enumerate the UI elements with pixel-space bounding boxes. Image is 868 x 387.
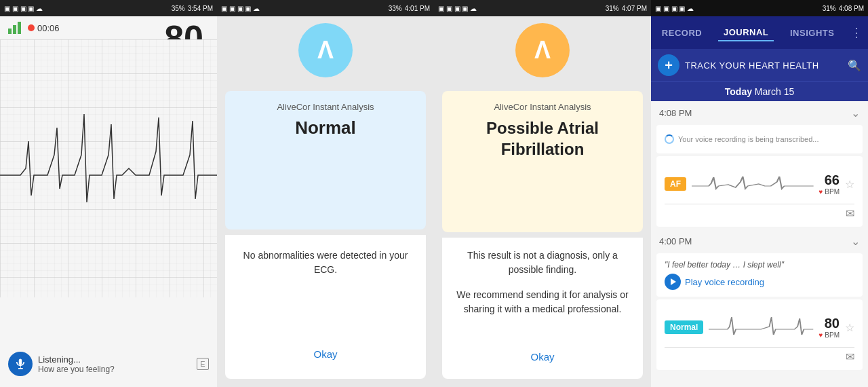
journal-icons-left: ▣ ▣ ▣ ▣ ☁ — [655, 5, 694, 12]
battery-afib: 31% — [606, 5, 619, 12]
status-icons-left: ▣ ▣ ▣ ▣ ☁ — [221, 5, 260, 12]
icons-left-afib: ▣ ▣ ▣ ▣ ☁ — [438, 5, 477, 12]
nav-more-options[interactable]: ⋮ — [850, 25, 863, 40]
journal-status-right: 31% 4:08 PM — [823, 5, 864, 12]
journal-time: 4:08 PM — [839, 5, 864, 12]
time-display: 3:54 PM — [188, 5, 213, 12]
af-email-icon[interactable]: ✉ — [846, 207, 854, 220]
af-entry-row: AF 66 ♥ BPM ☆ — [665, 167, 854, 201]
afib-result-card: AliveCor Instant Analysis Possible Atria… — [442, 91, 643, 232]
status-icons-left-afib: ▣ ▣ ▣ ▣ ☁ — [438, 5, 477, 12]
af-bpm-display: 66 ♥ BPM — [819, 172, 840, 196]
chevron-408[interactable]: ⌄ — [851, 107, 860, 119]
normal-bpm-value: 80 — [819, 316, 840, 331]
listening-text: Listening... How are you feeling? — [38, 354, 191, 374]
afib-description-1: This result is not a diagnosis, only a p… — [456, 248, 629, 277]
play-voice-label[interactable]: Play voice recording — [685, 277, 764, 287]
normal-result-panel: ▣ ▣ ▣ ▣ ☁ 33% 4:01 PM Λ AliveCor Instant… — [217, 0, 434, 387]
afib-analysis-label: AliveCor Instant Analysis — [494, 102, 591, 112]
normal-entry-row: Normal 80 ♥ BPM ☆ — [665, 310, 854, 344]
normal-email-icon[interactable]: ✉ — [846, 350, 854, 363]
transcribe-spinner — [665, 134, 674, 144]
date-value: March 15 — [755, 86, 794, 97]
afib-result-title: Possible Atrial Fibrillation — [456, 117, 629, 160]
journal-panel: ▣ ▣ ▣ ▣ ☁ 31% 4:08 PM RECORD JOURNAL INS… — [651, 0, 868, 387]
status-bar-journal: ▣ ▣ ▣ ▣ ☁ 31% 4:08 PM — [651, 0, 868, 16]
journal-top-bar: + TRACK YOUR HEART HEALTH 🔍 — [651, 49, 868, 81]
chevron-400[interactable]: ⌄ — [851, 235, 860, 248]
ecg-wave-svg — [0, 39, 217, 297]
af-bpm-value: 66 — [819, 172, 840, 188]
status-bar-ecg: ▣ ▣ ▣ ▣ ☁ 35% 3:54 PM — [0, 0, 217, 16]
normal-result-card: AliveCor Instant Analysis Normal — [225, 91, 426, 229]
normal-okay-button[interactable]: Okay — [300, 343, 351, 365]
date-prefix: Today — [725, 86, 752, 97]
normal-ecg-mini — [709, 310, 813, 344]
normal-description: No abnormalities were detected in your E… — [239, 248, 412, 277]
status-icons-right: 33% 4:01 PM — [389, 5, 430, 12]
voice-quote: "I feel better today … I slept well" — [665, 260, 854, 270]
normal-description-section: No abnormalities were detected in your E… — [225, 235, 426, 379]
nav-insights[interactable]: INSIGHTS — [785, 25, 840, 41]
status-icons-right-afib: 31% 4:07 PM — [606, 5, 647, 12]
journal-entry-normal: Normal 80 ♥ BPM ☆ ✉ — [656, 299, 863, 370]
normal-ecg-wave — [709, 310, 813, 344]
af-ecg-mini — [692, 167, 814, 201]
afib-description-2: We recommend sending it for analysis or … — [456, 288, 629, 316]
battery: 33% — [389, 5, 402, 12]
afib-avatar: Λ — [515, 23, 570, 77]
nav-journal[interactable]: JOURNAL — [718, 24, 774, 41]
listening-title: Listening... — [38, 354, 191, 365]
status-bar-normal: ▣ ▣ ▣ ▣ ☁ 33% 4:01 PM — [217, 0, 434, 16]
journal-entry-voice: "I feel better today … I slept well" Pla… — [656, 253, 863, 297]
journal-status-left: ▣ ▣ ▣ ▣ ☁ — [655, 5, 694, 12]
divider — [665, 204, 854, 204]
signal-bars — [8, 22, 21, 34]
search-button[interactable]: 🔍 — [848, 59, 861, 72]
recording-time: 00:06 — [37, 23, 60, 33]
af-bpm-label: ♥ BPM — [819, 188, 840, 196]
journal-entry-af: AF 66 ♥ BPM ☆ ✉ — [656, 156, 863, 227]
listening-subtitle: How are you feeling? — [38, 365, 191, 374]
status-bar-right: 35% 3:54 PM — [172, 5, 213, 12]
af-ecg-wave — [692, 167, 814, 201]
afib-result-panel: ▣ ▣ ▣ ▣ ☁ 31% 4:07 PM Λ AliveCor Instant… — [434, 0, 651, 387]
date-bar: Today March 15 — [651, 81, 868, 101]
mic-icon — [14, 358, 26, 370]
time-header-408: 4:08 PM ⌄ — [651, 101, 868, 122]
ecg-graph — [0, 39, 217, 345]
journal-navigation: RECORD JOURNAL INSIGHTS ⋮ — [651, 16, 868, 49]
bar-2 — [13, 25, 16, 34]
normal-star[interactable]: ☆ — [845, 321, 854, 334]
recording-indicator — [28, 24, 35, 31]
battery-level: 35% — [172, 5, 185, 12]
time-header-400: 4:00 PM ⌄ — [651, 229, 868, 251]
nav-record[interactable]: RECORD — [656, 25, 707, 41]
normal-avatar: Λ — [298, 23, 353, 77]
bar-1 — [8, 29, 12, 34]
notification-icons: ▣ ▣ ▣ ▣ ☁ — [4, 5, 43, 12]
play-voice-row[interactable]: Play voice recording — [665, 274, 854, 290]
status-bar-afib: ▣ ▣ ▣ ▣ ☁ 31% 4:07 PM — [434, 0, 651, 16]
result-title: Normal — [295, 117, 356, 139]
af-badge: AF — [665, 177, 686, 191]
afib-description-section: This result is not a diagnosis, only a p… — [442, 238, 643, 379]
af-star[interactable]: ☆ — [845, 178, 854, 191]
time: 4:01 PM — [405, 5, 430, 12]
entry-time-400: 4:00 PM — [659, 236, 692, 246]
afib-okay-button[interactable]: Okay — [517, 346, 568, 368]
bar-3 — [18, 22, 21, 34]
add-entry-button[interactable]: + — [658, 54, 679, 76]
analysis-label: AliveCor Instant Analysis — [277, 102, 374, 112]
ecg-footer: Listening... How are you feeling? E — [0, 345, 217, 387]
play-button[interactable] — [665, 274, 681, 290]
mic-button[interactable] — [8, 352, 33, 376]
journal-entry-transcribing: Your voice recording is being transcribe… — [656, 125, 863, 153]
normal-bpm-display: 80 ♥ BPM — [819, 316, 840, 339]
alivecor-logo-afib: Λ — [534, 36, 551, 64]
alivecor-logo: Λ — [317, 36, 334, 64]
normal-bpm-label: ♥ BPM — [819, 331, 840, 339]
ecg-panel: ▣ ▣ ▣ ▣ ☁ 35% 3:54 PM 00:06 80 bpm — [0, 0, 217, 387]
transcribing-indicator: Your voice recording is being transcribe… — [665, 132, 854, 147]
divider2 — [665, 347, 854, 348]
